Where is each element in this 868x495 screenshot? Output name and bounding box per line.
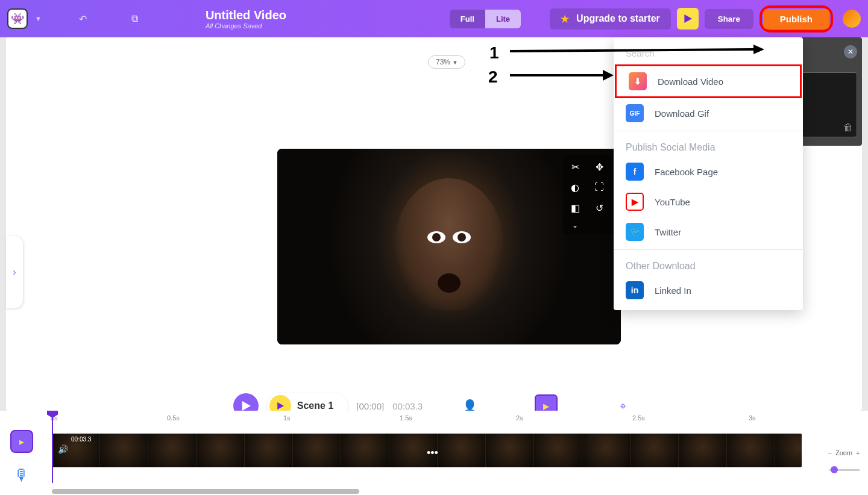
- timeline-ruler[interactable]: 0s 0.5s 1s 1.5s 2s 2.5s 3s: [43, 411, 820, 428]
- svg-marker-6: [603, 70, 614, 81]
- svg-marker-0: [684, 14, 692, 23]
- zoom-slider-wrap: [829, 469, 860, 471]
- youtube-icon: ▶: [626, 193, 644, 211]
- timeline-audio-track-icon[interactable]: 🎙: [10, 464, 33, 487]
- publish-highlight-annotation: Publish: [760, 5, 833, 33]
- social-section-header: Publish Social Media: [614, 134, 803, 157]
- publish-dropdown-menu: Search ⬇ Download Video GIF Download Gif…: [614, 37, 803, 310]
- timeline-clip[interactable]: 🔊 00:03.3 •••: [52, 434, 802, 467]
- zoom-minus[interactable]: −: [828, 449, 832, 456]
- download-video-option[interactable]: ⬇ Download Video: [615, 64, 802, 98]
- cut-icon[interactable]: ✂: [567, 158, 583, 175]
- mode-toggle: Full Lite: [450, 10, 521, 28]
- rotate-icon[interactable]: ↺: [591, 199, 608, 216]
- time-current: [00:00]: [356, 401, 384, 411]
- linkedin-icon: in: [626, 281, 644, 299]
- annotation-arrow-1: [506, 42, 766, 60]
- linkedin-option[interactable]: in Linked In: [614, 275, 803, 305]
- zoom-slider[interactable]: [829, 469, 860, 471]
- timeline-zoom-control: − Zoom +: [820, 411, 868, 495]
- clip-volume-icon[interactable]: 🔊: [58, 444, 68, 454]
- gif-icon: GIF: [626, 104, 644, 122]
- publish-button[interactable]: Publish: [763, 9, 829, 29]
- zoom-dropdown[interactable]: 73% ▼: [428, 55, 465, 69]
- upgrade-button[interactable]: ★ Upgrade to starter: [550, 8, 671, 30]
- top-bar: 👾 ▼ ↶ ⧉ Untitled Video All Changes Saved…: [0, 0, 868, 37]
- timeline-video-track-icon[interactable]: ▸: [10, 430, 33, 453]
- video-title[interactable]: Untitled Video: [206, 8, 286, 22]
- video-preview-frame[interactable]: ✂ ✥ ◐ ⛶ ◧ ↺ ⌄: [277, 149, 621, 344]
- share-button[interactable]: Share: [705, 9, 753, 29]
- chevron-down-icon: ▼: [452, 60, 458, 66]
- timeline-main[interactable]: 0s 0.5s 1s 1.5s 2s 2.5s 3s 🔊 00:03.3 •••: [43, 411, 820, 495]
- zoom-label: Zoom: [835, 449, 852, 456]
- svg-line-3: [510, 49, 753, 51]
- annotation-number-2: 2: [488, 67, 498, 87]
- zoom-plus[interactable]: +: [856, 449, 860, 456]
- save-status: All Changes Saved: [206, 22, 286, 30]
- copy-button[interactable]: ⧉: [125, 8, 145, 29]
- more-tools-icon[interactable]: ⌄: [567, 220, 583, 231]
- annotation-arrow-2: [506, 66, 615, 84]
- download-gif-option[interactable]: GIF Download Gif: [614, 98, 803, 128]
- timeline-scrollbar[interactable]: [52, 489, 359, 494]
- other-section-header: Other Download: [614, 252, 803, 275]
- svg-marker-1: [242, 401, 250, 411]
- annotation-number-1: 1: [489, 43, 499, 63]
- undo-button[interactable]: ↶: [73, 8, 93, 29]
- close-panel-button[interactable]: ✕: [844, 45, 857, 58]
- app-logo[interactable]: 👾: [7, 8, 28, 29]
- fit-icon[interactable]: ⛶: [591, 179, 608, 196]
- clip-duration-label: 00:03.3: [71, 436, 91, 443]
- move-icon[interactable]: ✥: [591, 158, 608, 175]
- clip-more-icon[interactable]: •••: [427, 447, 438, 459]
- svg-marker-4: [753, 45, 764, 54]
- time-total: 00:03.3: [392, 401, 423, 411]
- user-avatar[interactable]: [843, 10, 861, 28]
- mode-full-button[interactable]: Full: [450, 10, 485, 28]
- download-video-icon: ⬇: [629, 72, 647, 90]
- mode-lite-button[interactable]: Lite: [485, 10, 521, 28]
- svg-marker-2: [277, 402, 284, 409]
- delete-clip-icon[interactable]: 🗑: [843, 122, 853, 133]
- timeline-playhead[interactable]: [52, 411, 53, 483]
- side-expand-tab[interactable]: ›: [6, 236, 23, 308]
- youtube-option[interactable]: ▶ YouTube: [614, 187, 803, 217]
- video-tool-overlay: ✂ ✥ ◐ ⛶ ◧ ↺ ⌄: [563, 155, 615, 234]
- facebook-icon: f: [626, 163, 644, 181]
- facebook-option[interactable]: f Facebook Page: [614, 157, 803, 187]
- timeline-area: ▸ 🎙 0s 0.5s 1s 1.5s 2s 2.5s 3s 🔊 00:03.3…: [0, 411, 868, 495]
- contrast-icon[interactable]: ◐: [567, 179, 583, 196]
- upgrade-label: Upgrade to starter: [576, 13, 660, 24]
- preview-play-button[interactable]: [677, 8, 699, 30]
- mask-icon[interactable]: ◧: [567, 199, 583, 216]
- star-icon: ★: [561, 13, 569, 25]
- title-block: Untitled Video All Changes Saved: [206, 8, 286, 30]
- timeline-left-tools: ▸ 🎙: [0, 411, 43, 495]
- logo-dropdown-icon[interactable]: ▼: [35, 15, 42, 22]
- twitter-option[interactable]: 🐦 Twitter: [614, 217, 803, 247]
- menu-divider: [614, 249, 803, 250]
- twitter-icon: 🐦: [626, 223, 644, 241]
- scene-label: Scene 1: [297, 400, 333, 411]
- menu-divider: [614, 131, 803, 131]
